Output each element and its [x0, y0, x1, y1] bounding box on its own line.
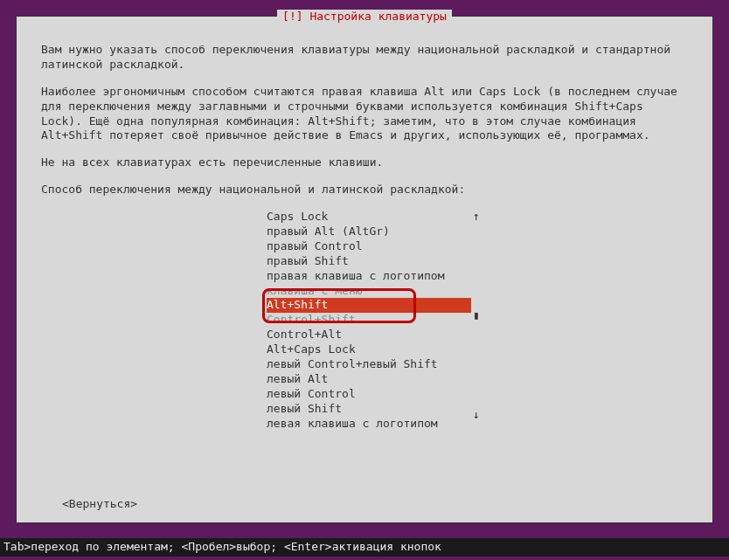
list-item[interactable]: Alt+Shift: [267, 298, 471, 313]
back-button[interactable]: <Вернуться>: [62, 497, 137, 512]
list-item[interactable]: правый Shift: [267, 254, 471, 269]
list-item[interactable]: Control+Alt: [267, 328, 471, 342]
scroll-down-icon: ↓: [473, 408, 480, 423]
options-list[interactable]: Caps Lockправый Alt (AltGr)правый Contro…: [267, 210, 471, 431]
paragraph-detail: Наиболее эргономичным способом считаются…: [41, 85, 688, 144]
prompt-label: Способ переключения между национальной и…: [41, 183, 688, 197]
list-item[interactable]: левый Control+левый Shift: [267, 357, 471, 372]
list-item[interactable]: левый Shift: [267, 402, 471, 417]
list-item[interactable]: левый Alt: [267, 372, 471, 387]
options-list-area: Caps Lockправый Alt (AltGr)правый Contro…: [41, 210, 688, 431]
keyboard-config-dialog: [!] Настройка клавиатуры Вам нужно указа…: [16, 16, 713, 523]
status-bar: Tab>переход по элементам; <Пробел>выбор;…: [0, 538, 729, 557]
scroll-up-icon: ↑: [473, 210, 480, 225]
paragraph-note: Не на всех клавиатурах есть перечисленны…: [41, 156, 688, 170]
list-item[interactable]: Control+Shift: [267, 313, 471, 328]
list-item[interactable]: правый Alt (AltGr): [267, 225, 471, 239]
dialog-title: [!] Настройка клавиатуры: [277, 10, 452, 24]
list-item[interactable]: Alt+Caps Lock: [267, 342, 471, 357]
list-item[interactable]: Caps Lock: [267, 210, 471, 225]
list-item[interactable]: правая клавиша с логотипом: [267, 269, 471, 284]
dialog-content: Вам нужно указать способ переключения кл…: [17, 17, 712, 439]
paragraph-intro: Вам нужно указать способ переключения кл…: [41, 43, 688, 73]
list-item[interactable]: правый Control: [267, 239, 471, 254]
scroll-thumb: ▮: [473, 308, 480, 323]
dialog-title-wrap: [!] Настройка клавиатуры: [17, 10, 712, 24]
list-item[interactable]: левая клавиша с логотипом: [267, 417, 471, 432]
list-item[interactable]: левый Control: [267, 387, 471, 402]
list-item[interactable]: клавиша с меню: [267, 284, 471, 299]
